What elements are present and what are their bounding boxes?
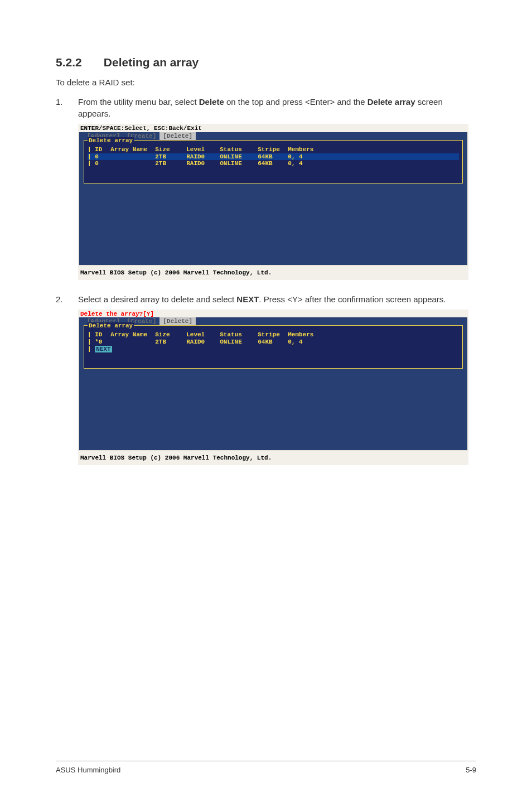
box-title: Delete array: [88, 137, 134, 144]
hdr-id: ID: [95, 331, 110, 339]
bios-menubar: [Adapter] [Create] [Delete]: [84, 317, 463, 326]
step-text: . Press <Y> after the confirmation scree…: [259, 294, 446, 304]
hdr-stripe: Stripe: [258, 331, 288, 339]
cell-level: RAID0: [186, 153, 220, 161]
hdr-name: Array Name: [110, 146, 155, 153]
footer-right: 5-9: [466, 766, 476, 774]
bios-body: [Adapter] [Create] [Delete] Delete array…: [78, 132, 468, 266]
step-bold-next: NEXT: [236, 294, 259, 304]
next-row[interactable]: | NEXT: [88, 346, 459, 353]
table-header: | IDArray NameSizeLevelStatusStripeMembe…: [88, 331, 459, 339]
hdr-status: Status: [220, 331, 258, 339]
cell-stripe: 64KB: [258, 339, 288, 346]
hdr-stripe: Stripe: [258, 146, 288, 153]
intro-text: To delete a RAID set:: [56, 77, 476, 88]
next-button[interactable]: NEXT: [95, 346, 112, 353]
hdr-id: ID: [95, 146, 110, 153]
bios-panel-2: Delete the array?[Y] [Adapter] [Create] …: [78, 310, 468, 465]
cell-status: ONLINE: [220, 339, 258, 346]
step-2: 2. Select a desired array to delete and …: [56, 293, 476, 305]
hdr-status: Status: [220, 146, 258, 153]
delete-array-box: Delete array | IDArray NameSizeLevelStat…: [84, 325, 463, 369]
hdr-members: Members: [288, 331, 332, 339]
cell-status: ONLINE: [220, 160, 258, 167]
section-title: Deleting an array: [104, 56, 199, 69]
hdr-size: Size: [155, 146, 186, 153]
row-pipe: |: [88, 160, 95, 167]
step-bold-delete: Delete: [199, 97, 224, 107]
cell-id: 0: [95, 153, 110, 161]
hdr-pipe: |: [88, 146, 95, 153]
hdr-size: Size: [155, 331, 186, 339]
step-text: on the top and press <Enter> and the: [224, 97, 367, 107]
hdr-members: Members: [288, 146, 332, 153]
tab-delete[interactable]: [Delete]: [159, 132, 196, 141]
cell-id: *0: [95, 339, 110, 346]
cell-stripe: 64KB: [258, 160, 288, 167]
step-text: From the utility menu bar, select: [78, 97, 199, 107]
bios-footer: Marvell BIOS Setup (c) 2006 Marvell Tech…: [78, 451, 468, 465]
hdr-level: Level: [186, 146, 220, 153]
table-header: | IDArray NameSizeLevelStatusStripeMembe…: [88, 146, 459, 153]
cell-members: 0, 4: [288, 160, 332, 167]
bios-footer: Marvell BIOS Setup (c) 2006 Marvell Tech…: [78, 266, 468, 280]
cell-members: 0, 4: [288, 153, 332, 161]
row-pipe: |: [88, 346, 95, 353]
row-pipe: |: [88, 153, 95, 161]
cell-id: 0: [95, 160, 110, 167]
cell-members: 0, 4: [288, 339, 332, 346]
section-heading: 5.2.2 Deleting an array: [56, 56, 476, 69]
box-title: Delete array: [88, 322, 134, 330]
step-text: Select a desired array to delete and sel…: [78, 294, 236, 304]
cell-level: RAID0: [186, 160, 220, 167]
array-table: | IDArray NameSizeLevelStatusStripeMembe…: [88, 331, 459, 352]
row-pipe: |: [88, 339, 95, 346]
step-index: 2.: [56, 293, 78, 305]
cell-size: 2TB: [155, 339, 186, 346]
hdr-level: Level: [186, 331, 220, 339]
cell-size: 2TB: [155, 160, 186, 167]
tab-delete[interactable]: [Delete]: [159, 317, 196, 326]
hdr-pipe: |: [88, 331, 95, 339]
cell-name: [110, 339, 155, 346]
table-row[interactable]: | 02TBRAID0ONLINE64KB0, 4: [88, 153, 459, 161]
cell-name: [110, 153, 155, 161]
cell-level: RAID0: [186, 339, 220, 346]
array-table: | IDArray NameSizeLevelStatusStripeMembe…: [88, 146, 459, 167]
footer-left: ASUS Hummingbird: [56, 766, 120, 774]
step-1: 1. From the utility menu bar, select Del…: [56, 96, 476, 119]
page-footer: ASUS Hummingbird 5-9: [56, 761, 476, 774]
bios-menubar: [Adapter] [Create] [Delete]: [84, 132, 463, 141]
bios-body: [Adapter] [Create] [Delete] Delete array…: [78, 317, 468, 451]
section-number: 5.2.2: [56, 56, 100, 69]
cell-status: ONLINE: [220, 153, 258, 161]
cell-stripe: 64KB: [258, 153, 288, 161]
cell-size: 2TB: [155, 153, 186, 161]
step-index: 1.: [56, 96, 78, 119]
cell-name: [110, 160, 155, 167]
delete-array-box: Delete array | IDArray NameSizeLevelStat…: [84, 140, 463, 183]
hdr-name: Array Name: [110, 331, 155, 339]
table-row[interactable]: | *02TBRAID0ONLINE64KB0, 4: [88, 339, 459, 346]
bios-panel-1: ENTER/SPACE:Select, ESC:Back/Exit [Adapt…: [78, 124, 468, 279]
table-row[interactable]: | 02TBRAID0ONLINE64KB0, 4: [88, 160, 459, 167]
step-bold-delete-array: Delete array: [367, 97, 415, 107]
